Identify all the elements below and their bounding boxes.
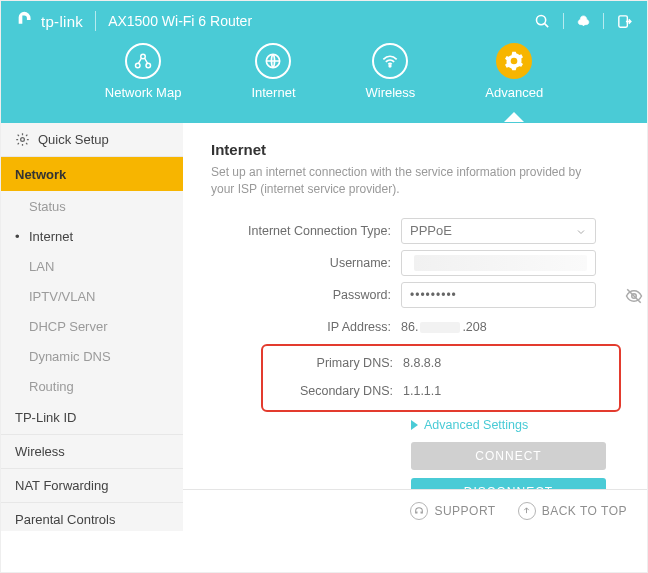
label-primary-dns: Primary DNS: (263, 356, 403, 370)
sidebar-item-wireless[interactable]: Wireless (1, 435, 183, 469)
svg-point-7 (390, 65, 392, 67)
sidebar-sub-iptv-vlan[interactable]: IPTV/VLAN (1, 281, 183, 311)
active-tab-indicator (504, 112, 524, 122)
svg-line-1 (545, 23, 549, 27)
sidebar-item-quick-setup[interactable]: Quick Setup (1, 123, 183, 157)
sidebar-item-tplink-id[interactable]: TP-Link ID (1, 401, 183, 435)
header: tp-link AX1500 Wi-Fi 6 Router Network Ma… (1, 1, 647, 123)
label-ip: IP Address: (211, 320, 401, 334)
dns-highlight-box: Primary DNS: 8.8.8.8 Secondary DNS: 1.1.… (261, 344, 621, 412)
row-ip: IP Address: 86..208 (211, 312, 619, 342)
tab-advanced[interactable]: Advanced (485, 43, 543, 100)
ip-value: 86..208 (401, 320, 619, 334)
gear-icon (15, 132, 30, 147)
svg-point-5 (146, 63, 151, 68)
row-secondary-dns: Secondary DNS: 1.1.1.1 (263, 378, 619, 404)
label-connection-type: Internet Connection Type: (211, 224, 401, 238)
primary-dns-value: 8.8.8.8 (403, 356, 619, 370)
separator (563, 13, 564, 29)
password-input[interactable] (401, 282, 596, 308)
product-name: AX1500 Wi-Fi 6 Router (108, 13, 252, 29)
username-input[interactable] (401, 250, 596, 276)
support-button[interactable]: SUPPORT (410, 502, 495, 520)
label-password: Password: (211, 288, 401, 302)
sidebar-sub-dhcp[interactable]: DHCP Server (1, 311, 183, 341)
redacted-value (414, 255, 587, 271)
download-icon[interactable] (576, 14, 591, 29)
sidebar-label: Quick Setup (38, 132, 109, 147)
sidebar-sub-ddns[interactable]: Dynamic DNS (1, 341, 183, 371)
logout-icon[interactable] (616, 13, 633, 30)
toggle-visibility-icon[interactable] (625, 287, 643, 308)
tab-internet[interactable]: Internet (251, 43, 295, 100)
tab-network-map[interactable]: Network Map (105, 43, 182, 100)
link-text: Advanced Settings (424, 418, 528, 432)
row-connection-type: Internet Connection Type: PPPoE (211, 216, 619, 246)
sidebar-item-nat[interactable]: NAT Forwarding (1, 469, 183, 503)
tplink-logo-icon (15, 10, 37, 32)
search-icon[interactable] (534, 13, 551, 30)
sidebar: Quick Setup Network Status Internet LAN … (1, 123, 183, 531)
top-icons (534, 13, 633, 30)
sidebar-sub-lan[interactable]: LAN (1, 251, 183, 281)
brand-name: tp-link (41, 13, 83, 30)
sidebar-sub-status[interactable]: Status (1, 191, 183, 221)
sidebar-sub-internet[interactable]: Internet (1, 221, 183, 251)
page-description: Set up an internet connection with the s… (211, 164, 591, 198)
connect-button[interactable]: CONNECT (411, 442, 606, 470)
sidebar-item-parental[interactable]: Parental Controls (1, 503, 183, 531)
back-to-top-button[interactable]: BACK TO TOP (518, 502, 627, 520)
body: Quick Setup Network Status Internet LAN … (1, 123, 647, 531)
connection-type-select[interactable]: PPPoE (401, 218, 596, 244)
svg-point-0 (536, 15, 545, 24)
svg-point-8 (21, 138, 25, 142)
sidebar-sub-routing[interactable]: Routing (1, 371, 183, 401)
tab-wireless[interactable]: Wireless (366, 43, 416, 100)
page-title: Internet (211, 141, 619, 158)
row-password: Password: (211, 280, 619, 310)
label-username: Username: (211, 256, 401, 270)
main-tabs: Network Map Internet Wireless Advanced (1, 43, 647, 100)
triangle-right-icon (411, 420, 418, 430)
divider (95, 11, 96, 31)
chevron-down-icon (575, 226, 587, 241)
sidebar-label: Network (15, 167, 66, 182)
row-username: Username: (211, 248, 619, 278)
sidebar-item-network[interactable]: Network (1, 157, 183, 191)
footer: SUPPORT BACK TO TOP (183, 489, 647, 531)
label-secondary-dns: Secondary DNS: (263, 384, 403, 398)
brand-logo: tp-link (15, 10, 83, 32)
content: Internet Set up an internet connection w… (183, 123, 647, 531)
row-primary-dns: Primary DNS: 8.8.8.8 (263, 350, 619, 376)
secondary-dns-value: 1.1.1.1 (403, 384, 619, 398)
svg-point-4 (136, 63, 141, 68)
separator (603, 13, 604, 29)
headset-icon (410, 502, 428, 520)
arrow-up-icon (518, 502, 536, 520)
top-bar: tp-link AX1500 Wi-Fi 6 Router (1, 1, 647, 41)
redacted-value (420, 322, 460, 333)
select-value: PPPoE (410, 223, 452, 238)
advanced-settings-link[interactable]: Advanced Settings (411, 418, 619, 432)
